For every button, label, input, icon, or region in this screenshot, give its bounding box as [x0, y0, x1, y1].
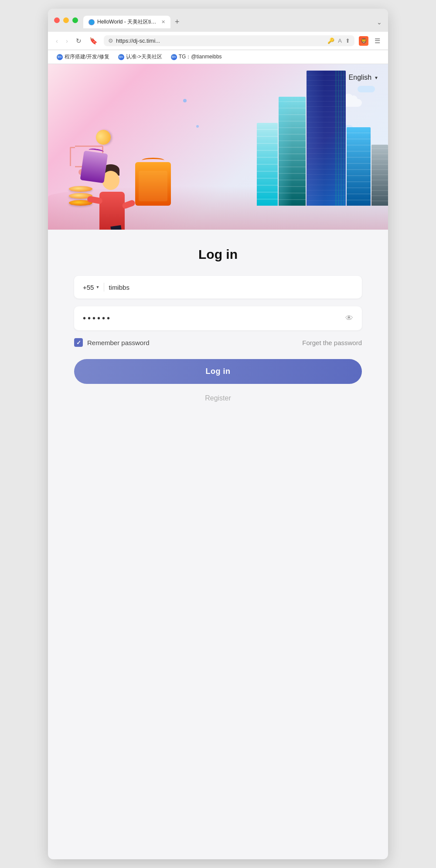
particle-1: [183, 99, 187, 102]
password-toggle-icon[interactable]: 👁: [345, 314, 353, 323]
bag-purple: [80, 151, 108, 183]
tab-globe-icon: 🌐: [89, 19, 95, 25]
share-icon: ⬆: [345, 37, 350, 44]
coin-1: [93, 127, 113, 147]
bag-orange: [135, 162, 171, 206]
building-5: [371, 145, 388, 206]
bookmark-item-1[interactable]: tm 程序搭建/开发/修复: [54, 52, 112, 61]
country-code-selector[interactable]: +55 ▼: [83, 284, 99, 291]
bookmark-1-label: 程序搭建/开发/修复: [65, 53, 109, 61]
translate-icon: A: [338, 37, 342, 44]
login-button[interactable]: Log in: [74, 359, 362, 384]
new-tab-button[interactable]: +: [172, 17, 182, 27]
tab-menu-chevron[interactable]: ⌄: [377, 19, 382, 26]
tab-close-button[interactable]: ✕: [161, 19, 165, 25]
phone-input[interactable]: [109, 284, 353, 291]
remember-checkbox[interactable]: ✓: [74, 338, 83, 347]
building-1: [257, 123, 278, 206]
hero-banner: English ▼: [48, 64, 388, 230]
building-2: [279, 97, 306, 206]
bookmark-3-label: TG：@tianmeibbs: [179, 53, 222, 61]
reload-button[interactable]: ↻: [74, 36, 83, 46]
bookmark-item-2[interactable]: tm 认准->天美社区: [116, 52, 165, 61]
address-bar: ‹ › ↻ 🔖 ⚙ https://dj-sc.timi... 🔑 A ⬆ 🦁 …: [48, 32, 388, 50]
key-icon: 🔑: [327, 37, 334, 44]
language-label: English: [349, 74, 371, 81]
bookmarks-bar: tm 程序搭建/开发/修复 tm 认准->天美社区 tm TG：@tianmei…: [48, 50, 388, 64]
login-section: Log in +55 ▼ 👁 ✓: [48, 230, 388, 428]
close-button[interactable]: [54, 17, 60, 23]
remember-label: Remember password: [87, 339, 150, 346]
building-4: [347, 127, 371, 206]
input-divider: [104, 283, 104, 292]
language-dropdown-arrow: ▼: [374, 75, 378, 80]
url-text: https://dj-sc.timi...: [116, 37, 325, 44]
page-content: English ▼: [48, 64, 388, 428]
building-3: [307, 71, 346, 206]
checkbox-check-icon: ✓: [76, 339, 81, 346]
password-input[interactable]: [83, 313, 341, 323]
country-code-arrow: ▼: [95, 285, 99, 289]
register-link[interactable]: Register: [74, 394, 362, 411]
brave-icon[interactable]: 🦁: [359, 36, 368, 46]
tab-title: HelloWorld - 天美社区timibbs.: [97, 18, 159, 26]
login-title: Log in: [74, 247, 362, 262]
phone-input-group: +55 ▼: [74, 276, 362, 298]
settings-icon: ⚙: [108, 37, 113, 44]
bookmark-button[interactable]: 🔖: [88, 36, 99, 46]
back-button[interactable]: ‹: [54, 36, 60, 45]
bookmark-2-icon: tm: [118, 54, 124, 60]
minimize-button[interactable]: [63, 17, 69, 23]
bookmark-item-3[interactable]: tm TG：@tianmeibbs: [168, 52, 225, 61]
language-selector[interactable]: English ▼: [349, 74, 378, 81]
address-input[interactable]: ⚙ https://dj-sc.timi... 🔑 A ⬆: [104, 35, 354, 46]
buildings: [257, 71, 388, 206]
bookmark-2-label: 认准->天美社区: [126, 53, 162, 61]
forgot-password-link[interactable]: Forget the password: [302, 339, 362, 346]
active-tab[interactable]: 🌐 HelloWorld - 天美社区timibbs. ✕: [83, 16, 170, 28]
bookmark-1-icon: tm: [57, 54, 63, 60]
bookmark-3-icon: tm: [171, 54, 177, 60]
country-code-value: +55: [83, 284, 94, 291]
maximize-button[interactable]: [72, 17, 78, 23]
particle-2: [196, 125, 199, 128]
forward-button[interactable]: ›: [64, 36, 70, 45]
options-row: ✓ Remember password Forget the password: [74, 338, 362, 347]
password-input-group: 👁: [74, 306, 362, 330]
menu-button[interactable]: ☰: [373, 36, 382, 46]
remember-row: ✓ Remember password: [74, 338, 150, 347]
